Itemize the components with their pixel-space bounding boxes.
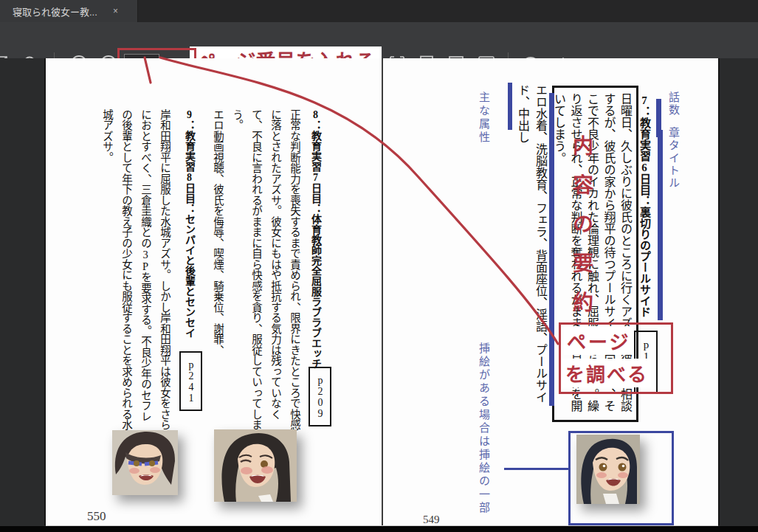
illustration-connector-line: [504, 468, 569, 470]
illustration-highlight-box: [568, 431, 674, 525]
page-gutter-line: [382, 58, 383, 525]
illustration-thumb-glasses: [112, 430, 178, 495]
page-left-edge: [44, 58, 46, 525]
document-tab[interactable]: 寝取られ彼女ー教... ×: [0, 0, 138, 22]
entry9-title: 9：教育実習8日目：センパイと後輩とセンセイ: [179, 109, 199, 353]
document-area[interactable]: 8：教育実習7日目：体育教師完全屈服ラブラブエッチ p209 正常な判断能力を喪…: [0, 58, 758, 532]
page-field-highlight-box: [117, 48, 196, 60]
illustration-thumb-wink: [214, 429, 297, 502]
document-tab-title: 寝取られ彼女ー教...: [13, 4, 107, 18]
left-page-number: 550: [87, 509, 106, 524]
entry9-page-ref: p241: [185, 359, 197, 404]
entry9-page-ref-box: p241: [179, 351, 202, 411]
entry8-attributes: エロ動画視聴、彼氏を侮辱、喫煙、騎乗位、謝罪、: [207, 109, 227, 419]
page-lookup-note-line2: を調べる: [562, 359, 651, 387]
tab-bar: 寝取られ彼女ー教... ×: [0, 0, 758, 22]
page-number-note: ページ番号を入れる: [190, 46, 382, 60]
entry9-summary: 岸和田翔平に屈服した水城アズサ。しかし岸和田翔平は彼女をさらにおとすべく、三倉圭…: [95, 109, 174, 431]
entry8-summary: 正常な判断能力を喪失するまで責められ、限界にきたところで快感に落とされたアズサ。…: [225, 109, 304, 431]
page-lookup-note-line1: ページ: [564, 326, 633, 355]
chapter-title-label: 章タイトル: [666, 127, 681, 190]
chapter-title-marker-bar: [658, 130, 663, 320]
entry8-page-ref: p209: [314, 375, 326, 419]
toolbar: / 558 ▼: [0, 22, 758, 60]
two-page-spread: 8：教育実習7日目：体育教師完全屈服ラブラブエッチ p209 正常な判断能力を喪…: [46, 58, 718, 526]
content-summary-note: 内容の要約: [566, 135, 596, 331]
pdf-reader-window: 寝取られ彼女ー教... × / 558 ▼: [0, 0, 758, 532]
attributes-label: 主な属性: [476, 91, 492, 145]
document-bottom-strip: [0, 526, 758, 532]
tab-close-icon[interactable]: ×: [113, 7, 118, 15]
right-page-number: 549: [423, 514, 440, 526]
illustration-label: 挿絵がある場合は挿絵の一部: [476, 342, 492, 515]
attributes-overflow-marker-bar: [508, 83, 512, 130]
entry8-title: 8：教育実習7日目：体育教師完全屈服ラブラブエッチ: [305, 109, 325, 369]
episode-number-label: 話数: [666, 91, 681, 117]
entry8-page-ref-box: p209: [309, 367, 331, 426]
attributes-marker-bar: [549, 93, 554, 406]
chapter-attributes: エロ水着、洗脳教育、フェラ、背面座位、淫語、プールサイド、中出し: [512, 84, 549, 418]
page-right-edge: [718, 58, 720, 525]
